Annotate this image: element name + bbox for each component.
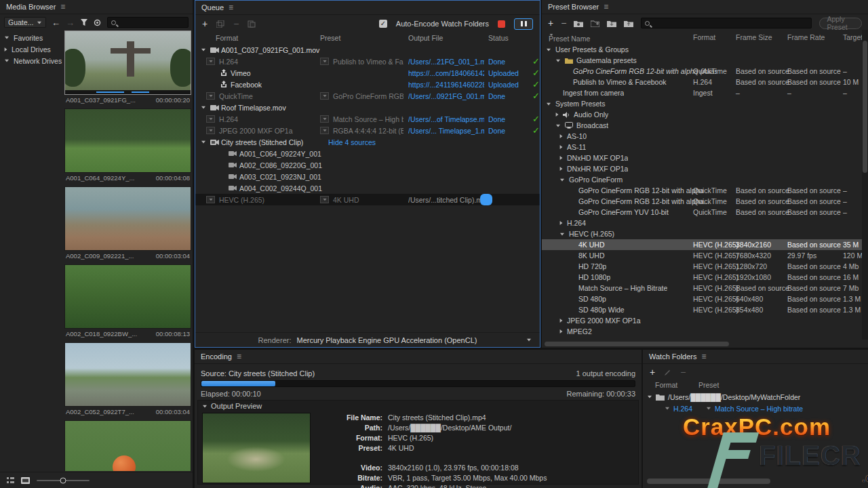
chevron-right-icon[interactable] <box>560 134 563 138</box>
output-format[interactable]: HEVC (H.265) <box>219 194 264 205</box>
chevron-right-icon[interactable] <box>560 329 563 333</box>
queue-subsource-row[interactable]: A003_C021_0923NJ_001 <box>195 171 540 182</box>
import-preset-icon[interactable] <box>607 20 616 27</box>
filter-icon[interactable] <box>80 19 88 26</box>
media-browser-tab[interactable]: Media Browser <box>6 3 56 11</box>
thumbnail-view-icon[interactable] <box>21 477 30 484</box>
clip-item[interactable]: A002_C052_0922T7_... 00:00:03:04 <box>64 342 191 415</box>
preset-group-row[interactable]: DNxHD MXF OP1a <box>542 152 868 163</box>
horizontal-scrollbar[interactable] <box>545 342 729 346</box>
clip-thumbnail[interactable] <box>64 30 191 95</box>
renderer-dropdown[interactable]: Mercury Playback Engine GPU Acceleration… <box>296 336 477 344</box>
panel-menu-icon[interactable]: ≡ <box>229 4 233 11</box>
output-preset[interactable]: GoPro CineForm RGB 12... <box>333 90 403 102</box>
location-dropdown[interactable]: Guate... <box>4 17 46 28</box>
watch-folder-format[interactable]: H.264 <box>673 405 692 413</box>
watch-folder-row[interactable]: /Users/██████/Desktop/MyWatchFolder <box>643 391 868 403</box>
format-dropdown[interactable] <box>206 196 215 203</box>
panel-menu-icon[interactable]: ≡ <box>60 3 65 10</box>
chevron-down-icon[interactable] <box>527 339 531 342</box>
clip-item[interactable]: A002_C018_0922BW_... 00:00:08:13 <box>64 264 191 338</box>
tree-item-favorites[interactable]: Favorites <box>4 32 64 43</box>
upload-url-link[interactable]: https://...24119614602283 <box>408 79 484 90</box>
column-preset[interactable]: Preset <box>320 34 340 42</box>
queue-output-row[interactable]: QuickTime GoPro CineForm RGB 12... /User… <box>195 90 540 102</box>
output-file-link[interactable]: /Users/... Timelapse_1.mxf <box>408 125 484 136</box>
watch-folder-preset[interactable]: Match Source – High bitrate <box>715 405 803 413</box>
new-group-icon[interactable] <box>591 20 599 27</box>
output-file-link[interactable]: /Users/...titched Clip).mp4 <box>408 194 484 205</box>
preset-row-selected[interactable]: 4K UHD HEVC (H.265) 3840x2160 Based on s… <box>542 239 868 250</box>
output-format[interactable]: H.264 <box>219 56 238 67</box>
clip-thumbnail[interactable] <box>64 420 191 471</box>
column-output-file[interactable]: Output File <box>408 34 443 42</box>
chevron-down-icon[interactable] <box>203 405 207 407</box>
preset-row[interactable]: GoPro CineForm YUV 10-bit QuickTime Base… <box>542 207 868 218</box>
preset-browser-tab[interactable]: Preset Browser <box>548 3 599 11</box>
chevron-right-icon[interactable] <box>560 156 563 160</box>
column-frame-size[interactable]: Frame Size <box>736 33 772 41</box>
search-input[interactable] <box>107 17 189 28</box>
chevron-down-icon[interactable] <box>707 407 711 410</box>
preset-row[interactable]: GoPro CineForm RGB 12-bit with alpha Qui… <box>542 185 868 196</box>
chevron-right-icon[interactable] <box>560 221 563 225</box>
chevron-down-icon[interactable] <box>5 60 9 62</box>
output-format[interactable]: H.264 <box>219 113 238 125</box>
preset-row[interactable]: GoPro CineForm RGB 12-bit with alpha (Al… <box>542 66 868 77</box>
chevron-right-icon[interactable] <box>560 319 563 323</box>
create-preset-icon[interactable]: + <box>548 18 553 28</box>
queue-upload-row[interactable]: Facebook https://...24119614602283 Uploa… <box>195 79 540 90</box>
output-file-link[interactable]: /Users/...of Timelapse.mp4 <box>408 113 484 125</box>
chevron-right-icon[interactable] <box>560 167 563 171</box>
watch-folder-output-row[interactable]: H.264 Match Source – High bitrate <box>643 403 868 414</box>
chevron-down-icon[interactable] <box>547 102 551 105</box>
preset-row[interactable]: HD 1080p HEVC (H.265) 1920x1080 Based on… <box>542 272 868 283</box>
queue-upload-row[interactable]: Vimeo https://...com/184066142 Uploaded … <box>195 67 540 79</box>
chevron-down-icon[interactable] <box>5 37 9 39</box>
chevron-down-icon[interactable] <box>201 141 205 144</box>
queue-subsource-row[interactable]: A002_C086_09220G_001 <box>195 159 540 171</box>
preset-row[interactable]: HD 720p HEVC (H.265) 868x488 Based on s… <box>542 261 868 272</box>
chevron-down-icon[interactable] <box>665 407 669 410</box>
queue-encoding-row[interactable]: HEVC (H.265) 4K UHD /Users/...titched Cl… <box>195 194 540 205</box>
delete-preset-icon[interactable]: − <box>561 18 566 28</box>
preset-row[interactable]: SD 480p Wide HEVC (H.265) 854x480 Based … <box>542 304 868 315</box>
preset-search-input[interactable] <box>641 18 812 28</box>
ingest-settings-icon[interactable] <box>94 19 102 26</box>
panel-menu-icon[interactable]: ≡ <box>604 3 608 10</box>
thumbnail-size-slider[interactable] <box>37 480 90 481</box>
column-preset[interactable]: Preset <box>698 381 719 389</box>
preset-dropdown[interactable] <box>320 92 329 100</box>
output-preset[interactable]: 4K UHD <box>333 194 359 205</box>
preset-group-row[interactable]: HEVC (H.265) <box>542 228 868 239</box>
output-format[interactable]: JPEG 2000 MXF OP1a <box>219 125 293 136</box>
queue-output-row[interactable]: H.264 Publish to Vimeo & Face... /Users/… <box>195 56 540 67</box>
format-dropdown[interactable] <box>206 115 215 123</box>
output-preset[interactable]: RGBA 4:4:4:4 12-bit (BC... <box>333 125 403 136</box>
tree-item-network-drives[interactable]: Network Drives <box>4 55 64 66</box>
column-preset-name[interactable]: Preset Name <box>549 33 554 37</box>
preset-group-row[interactable]: GoPro CineForm <box>542 174 868 185</box>
preset-row[interactable]: Publish to Vimeo & Facebook H.264 Based … <box>542 77 868 87</box>
hide-sources-link[interactable]: Hide 4 sources <box>328 136 376 148</box>
format-dropdown[interactable] <box>206 127 215 134</box>
preset-group-row[interactable]: User Presets & Groups <box>542 44 868 55</box>
chevron-right-icon[interactable] <box>556 113 559 117</box>
column-format[interactable]: Format <box>693 33 715 41</box>
chevron-down-icon[interactable] <box>201 49 205 52</box>
auto-encode-checkbox[interactable]: ✓ <box>379 20 387 28</box>
panel-menu-icon[interactable]: ≡ <box>237 353 241 360</box>
preset-group-row[interactable]: Guatemala presets <box>542 55 868 66</box>
chevron-down-icon[interactable] <box>648 396 652 399</box>
column-format[interactable]: Format <box>216 34 238 42</box>
chevron-down-icon[interactable] <box>556 59 560 62</box>
back-arrow-icon[interactable]: ← <box>52 18 60 27</box>
export-preset-icon[interactable] <box>624 20 633 27</box>
copy-icon[interactable] <box>248 20 256 28</box>
stop-queue-button[interactable] <box>498 20 505 28</box>
column-format[interactable]: Format <box>655 381 677 389</box>
panel-menu-icon[interactable]: ≡ <box>702 353 707 360</box>
watch-folders-tab[interactable]: Watch Folders <box>649 352 697 361</box>
preset-group-row[interactable]: DNxHR MXF OP1a <box>542 163 868 174</box>
preset-row[interactable]: SD 480p HEVC (H.265) 640x480 Based on so… <box>542 293 868 304</box>
